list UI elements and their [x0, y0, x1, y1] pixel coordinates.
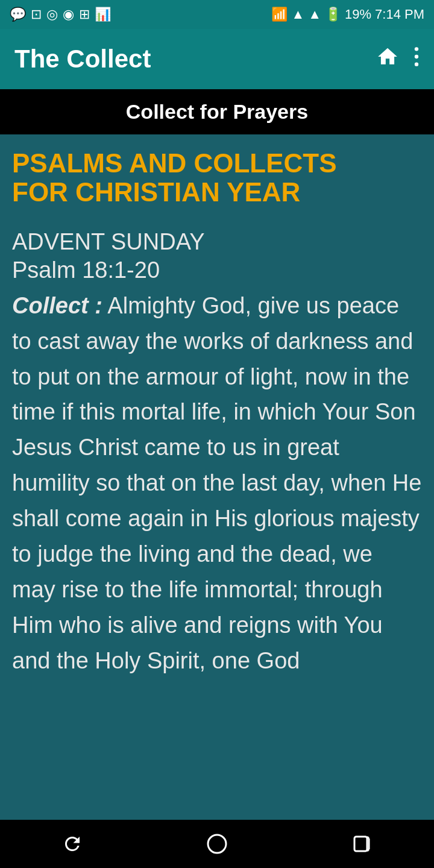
- section-header-text: Collect for Prayers: [126, 100, 308, 123]
- svg-point-2: [415, 62, 418, 66]
- recent-apps-button[interactable]: [344, 826, 380, 862]
- circle-icon: ◎: [46, 7, 58, 22]
- svg-line-7: [367, 849, 369, 851]
- collect-body: Almighty God, give us peace to cast away…: [12, 293, 421, 673]
- svg-point-3: [208, 835, 226, 853]
- more-options-button[interactable]: [414, 45, 420, 74]
- status-bar: 💬 ⊡ ◎ ◉ ⊞ 📊 📶 ▲ ▲ 🔋 19% 7:14 PM: [0, 0, 434, 29]
- more-vertical-icon: [414, 45, 420, 68]
- back-icon: [61, 833, 83, 855]
- grid-icon: ⊞: [79, 7, 90, 22]
- psalms-title-line1: PSALMS AND COLLECTS: [12, 149, 422, 178]
- back-button[interactable]: [54, 826, 90, 862]
- app-bar: The Collect: [0, 29, 434, 89]
- bottom-nav: [0, 820, 434, 868]
- app-bar-icons: [376, 45, 420, 74]
- time-display: 7:14 PM: [375, 7, 424, 22]
- svg-line-5: [367, 837, 369, 838]
- battery-icon: 🔋: [325, 7, 341, 22]
- content-area: PSALMS AND COLLECTS FOR CHRISTIAN YEAR A…: [0, 134, 434, 820]
- home-button[interactable]: [376, 45, 399, 74]
- battery-percent: 19%: [345, 7, 371, 22]
- psalms-title-line2: FOR CHRISTIAN YEAR: [12, 178, 422, 207]
- section-header: Collect for Prayers: [0, 89, 434, 134]
- collect-label: Collect :: [12, 293, 102, 318]
- svg-rect-4: [354, 837, 367, 851]
- signal2-icon: ▲: [308, 7, 321, 22]
- advent-sunday-heading: ADVENT SUNDAY: [12, 229, 422, 255]
- target-icon: ◉: [63, 7, 74, 22]
- status-right: 📶 ▲ ▲ 🔋 19% 7:14 PM: [271, 7, 424, 22]
- chart-icon: 📊: [95, 7, 111, 22]
- svg-point-0: [415, 47, 418, 51]
- svg-point-1: [415, 54, 418, 58]
- recent-apps-icon: [351, 833, 373, 855]
- status-icons-left: 💬 ⊡ ◎ ◉ ⊞ 📊: [10, 7, 111, 22]
- whatsapp-icon: 💬: [10, 7, 26, 22]
- home-icon: [376, 45, 399, 68]
- home-nav-button[interactable]: [199, 826, 235, 862]
- app-title: The Collect: [14, 45, 151, 74]
- screen-icon: ⊡: [31, 7, 42, 22]
- collect-paragraph: Collect : Almighty God, give us peace to…: [12, 288, 422, 679]
- psalm-reference: Psalm 18:1-20: [12, 257, 422, 283]
- home-nav-icon: [206, 833, 228, 855]
- wifi-icon: 📶: [271, 7, 288, 22]
- signal1-icon: ▲: [291, 7, 304, 22]
